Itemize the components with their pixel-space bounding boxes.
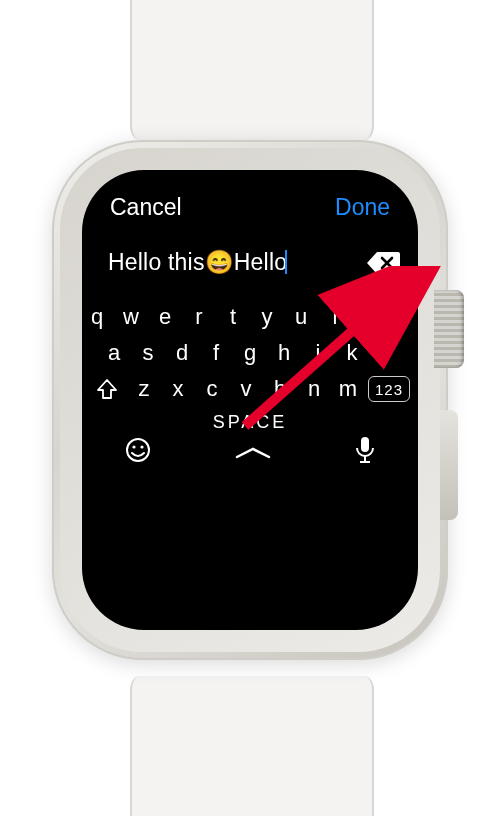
keyboard-row-1: qwertyuiop (94, 304, 406, 330)
digital-crown[interactable] (434, 290, 464, 368)
key-w[interactable]: w (117, 304, 145, 330)
key-p[interactable]: p (389, 304, 417, 330)
key-s[interactable]: s (134, 340, 162, 366)
dictation-button[interactable] (354, 435, 376, 469)
key-z[interactable]: z (130, 376, 158, 402)
key-r[interactable]: r (185, 304, 213, 330)
key-k[interactable]: k (338, 340, 366, 366)
key-m[interactable]: m (334, 376, 362, 402)
key-q[interactable]: q (83, 304, 111, 330)
keyboard-row-3: zxcvbnm123 (94, 376, 406, 402)
numbers-key[interactable]: 123 (368, 376, 410, 402)
key-h[interactable]: h (270, 340, 298, 366)
key-t[interactable]: t (219, 304, 247, 330)
key-v[interactable]: v (232, 376, 260, 402)
done-button[interactable]: Done (335, 194, 390, 221)
key-j[interactable]: j (304, 340, 332, 366)
emoji-button[interactable] (124, 436, 152, 468)
text-cursor (285, 250, 287, 274)
backspace-button[interactable] (366, 250, 400, 276)
key-l[interactable]: l (372, 340, 400, 366)
input-emoji: 😄 (205, 249, 234, 275)
watch-band-bottom (130, 676, 374, 816)
shift-key[interactable] (90, 376, 124, 402)
shift-icon (96, 378, 118, 400)
svg-rect-3 (361, 437, 369, 452)
key-i[interactable]: i (321, 304, 349, 330)
input-segment-2: Hello (234, 249, 287, 275)
header: Cancel Done (82, 170, 418, 231)
key-f[interactable]: f (202, 340, 230, 366)
emoji-icon (124, 436, 152, 464)
watch-case: Cancel Done Hello this😄Hello qwertyuiop … (52, 140, 448, 660)
input-segment-1: Hello this (108, 249, 205, 275)
keyboard: qwertyuiop asdfghjkl zxcvbnm123 SPACE (82, 282, 418, 475)
mic-icon (354, 435, 376, 465)
key-u[interactable]: u (287, 304, 315, 330)
text-entry-row: Hello this😄Hello (82, 231, 418, 282)
svg-point-2 (140, 445, 143, 448)
backspace-icon (366, 250, 400, 276)
key-e[interactable]: e (151, 304, 179, 330)
key-n[interactable]: n (300, 376, 328, 402)
cancel-button[interactable]: Cancel (110, 194, 182, 221)
svg-point-1 (132, 445, 135, 448)
keyboard-bottom-row (94, 435, 406, 475)
key-a[interactable]: a (100, 340, 128, 366)
watch-band-top (130, 0, 374, 140)
chevron-up-icon[interactable] (233, 445, 273, 459)
text-input[interactable]: Hello this😄Hello (108, 249, 360, 276)
space-key[interactable]: SPACE (94, 412, 406, 433)
watch-screen: Cancel Done Hello this😄Hello qwertyuiop … (82, 170, 418, 630)
svg-point-0 (127, 439, 149, 461)
key-c[interactable]: c (198, 376, 226, 402)
key-b[interactable]: b (266, 376, 294, 402)
keyboard-row-2: asdfghjkl (94, 340, 406, 366)
key-y[interactable]: y (253, 304, 281, 330)
key-x[interactable]: x (164, 376, 192, 402)
side-button[interactable] (440, 410, 458, 520)
key-g[interactable]: g (236, 340, 264, 366)
key-o[interactable]: o (355, 304, 383, 330)
key-d[interactable]: d (168, 340, 196, 366)
